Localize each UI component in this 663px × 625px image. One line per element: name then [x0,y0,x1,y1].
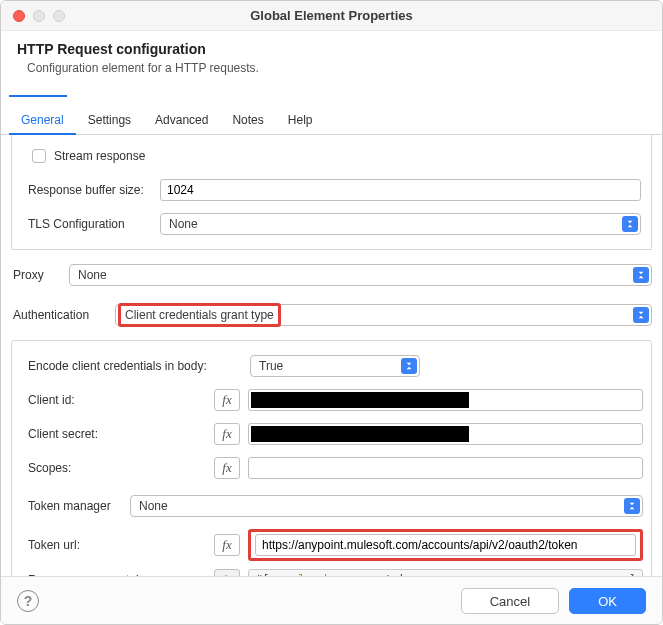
tls-config-label: TLS Configuration [22,217,152,231]
header: HTTP Request configuration Configuration… [1,31,662,87]
tab-general[interactable]: General [9,107,76,135]
footer: ? Cancel OK [1,577,662,625]
cancel-button[interactable]: Cancel [461,588,559,614]
proxy-label: Proxy [11,268,61,282]
stream-response-checkbox[interactable] [32,149,46,163]
client-id-input[interactable] [248,389,643,411]
zoom-icon [53,10,65,22]
chevron-down-icon [633,307,649,323]
close-icon[interactable] [13,10,25,22]
response-buffer-input[interactable] [160,179,641,201]
tab-help[interactable]: Help [276,107,325,134]
proxy-select[interactable]: None [69,264,652,286]
scopes-input[interactable] [248,457,643,479]
fx-button[interactable]: fx [214,569,240,577]
token-manager-value: None [139,499,168,513]
scopes-label: Scopes: [20,461,206,475]
proxy-value: None [78,268,107,282]
token-manager-label: Token manager [20,499,122,513]
encode-credentials-value: True [259,359,283,373]
page-subtitle: Configuration element for a HTTP request… [17,61,646,75]
ok-button[interactable]: OK [569,588,646,614]
tab-bar: General Settings Advanced Notes Help [1,107,662,135]
fx-button[interactable]: fx [214,457,240,479]
chevron-down-icon [624,498,640,514]
titlebar: Global Element Properties [1,1,662,31]
authentication-value: Client credentials grant type [118,303,281,327]
token-url-label: Token url: [20,538,206,552]
redacted-value [251,392,469,408]
token-manager-select[interactable]: None [130,495,643,517]
minimize-icon [33,10,45,22]
page-title: HTTP Request configuration [17,41,646,57]
client-secret-input[interactable] [248,423,643,445]
token-url-input[interactable] [255,534,636,556]
authentication-label: Authentication [11,308,107,322]
window-controls [1,10,65,22]
tab-advanced[interactable]: Advanced [143,107,220,134]
tab-notes[interactable]: Notes [220,107,275,134]
chevron-down-icon [401,358,417,374]
stream-response-label: Stream response [54,149,145,163]
chevron-down-icon [622,216,638,232]
window-title: Global Element Properties [1,8,662,23]
client-id-label: Client id: [20,393,206,407]
auth-section: Encode client credentials in body: True … [11,340,652,577]
response-buffer-label: Response buffer size: [22,183,152,197]
encode-credentials-label: Encode client credentials in body: [20,359,206,373]
authentication-select[interactable]: Client credentials grant type [115,304,652,326]
redacted-value [251,426,469,442]
fx-button[interactable]: fx [214,423,240,445]
tab-settings[interactable]: Settings [76,107,143,134]
encode-credentials-select[interactable]: True [250,355,420,377]
chevron-down-icon [633,267,649,283]
tls-config-value: None [169,217,198,231]
client-secret-label: Client secret: [20,427,206,441]
help-icon[interactable]: ? [17,590,39,612]
fx-button[interactable]: fx [214,534,240,556]
tls-config-select[interactable]: None [160,213,641,235]
fx-button[interactable]: fx [214,389,240,411]
response-access-token-expr[interactable]: #[ payload.access_token ] [248,569,643,577]
